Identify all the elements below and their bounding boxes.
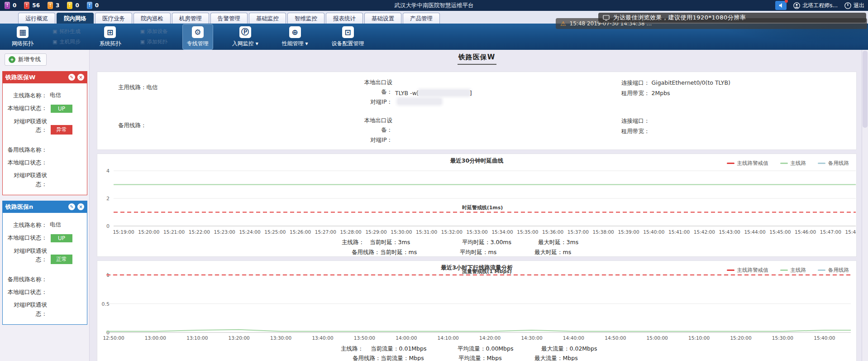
toolbar-item-label: 设备配置管理	[332, 40, 364, 48]
tab-0[interactable]: 运行概览	[18, 13, 55, 24]
port-label: 连接端口：	[621, 79, 650, 86]
close-icon[interactable]: ×	[77, 74, 84, 81]
small-icon: ▣	[140, 39, 144, 45]
tab-9[interactable]: 基础设置	[364, 13, 401, 24]
svg-text:13:30:00: 13:30:00	[270, 335, 291, 341]
card-field-row: 对端IP联通状态：异常	[3, 117, 84, 135]
stat-value: 平均流量：Mbps	[458, 355, 502, 361]
tab-7[interactable]: 智维监控	[287, 13, 324, 24]
card-field-row: 备用线路名称：	[3, 275, 84, 284]
svg-text:15:31:00: 15:31:00	[416, 229, 437, 235]
toolbar-item-7[interactable]: ⊡设备配置管理	[327, 24, 369, 50]
toolbar-item-disabled-3-1: ▣添加拓扑	[140, 39, 167, 45]
small-icon: ▣	[52, 29, 57, 34]
backup-port: 连接端口：	[621, 117, 650, 125]
logout-label: 退出	[854, 2, 864, 10]
edit-icon[interactable]: ✎	[68, 74, 75, 81]
toolbar-item-label: 专线管理	[187, 40, 209, 48]
card-field-row: 本地端口状态：	[3, 158, 84, 167]
resolution-toast-text: 为达最佳浏览效果，建议使用1920*1080分辨率	[613, 14, 746, 22]
tab-8[interactable]: 报表统计	[326, 13, 363, 24]
svg-text:15:20:00: 15:20:00	[730, 335, 751, 341]
svg-text:15:40:00: 15:40:00	[814, 335, 835, 341]
tab-3[interactable]: 院内巡检	[134, 13, 171, 24]
edit-icon[interactable]: ✎	[68, 203, 75, 210]
svg-text:流量警戒线(1 Mbps): 流量警戒线(1 Mbps)	[462, 269, 512, 274]
tab-6[interactable]: 基础监控	[249, 13, 286, 24]
toolbar-item-label: 主机同步	[59, 39, 80, 45]
tab-2[interactable]: 医疗业务	[95, 13, 132, 24]
field-label: 本地端口状态：	[3, 158, 47, 167]
toolbar-item-5[interactable]: Ⓟ入网监控 ▾	[228, 24, 263, 50]
svg-text:15:22:00: 15:22:00	[189, 229, 210, 235]
svg-text:13:40:00: 13:40:00	[312, 335, 333, 341]
field-label: 本地端口状态：	[3, 104, 47, 112]
toolbar-stack-3: ▣添加设备▣添加拓扑	[140, 28, 167, 45]
tab-5[interactable]: 告警管理	[210, 13, 248, 24]
tab-1[interactable]: 院内网络	[57, 13, 94, 24]
stat-value: 当前流量：0.01Mbps	[371, 345, 427, 353]
toolbar-item-4[interactable]: ⚙专线管理	[182, 24, 213, 50]
status-badge: 正常	[51, 255, 72, 264]
close-icon[interactable]: ×	[77, 203, 84, 210]
toolbar-item-disabled-1-1: ▣主机同步	[52, 39, 80, 45]
app-window: !0!56!3!0!0 武汉大学中南医院智慧运维平台 北塔工程师s...	[0, 0, 868, 361]
speaker-icon	[778, 3, 784, 8]
stat-value: 当前时延：ms	[380, 249, 417, 256]
globe-icon: ⊕	[289, 26, 301, 38]
redacted-device-name	[419, 90, 470, 96]
field-label: 主线路名称：	[3, 221, 47, 229]
alarm-badge-0[interactable]: !0	[5, 2, 16, 9]
doc-icon: Ⓟ	[239, 26, 251, 38]
toolbar-item-0[interactable]: ▦网络拓扑	[7, 24, 38, 50]
toolbar-item-6[interactable]: ⊕性能管理 ▾	[277, 24, 313, 50]
status-badge: UP	[51, 105, 72, 113]
svg-text:15:41:00: 15:41:00	[668, 229, 690, 235]
card-title: 铁路医保W	[5, 73, 35, 82]
toolbar-item-label: 添加拓扑	[147, 39, 168, 45]
svg-text:15:00:00: 15:00:00	[647, 335, 668, 341]
toolbar-item-label: 添加设备	[147, 28, 168, 35]
stat-value: 最大流量：Mbps	[534, 355, 578, 361]
tab-10[interactable]: 产品管理	[403, 13, 440, 24]
svg-text:14:10:00: 14:10:00	[438, 335, 459, 341]
svg-text:13:50:00: 13:50:00	[354, 335, 375, 341]
user-menu[interactable]: 北塔工程师s...	[793, 2, 838, 10]
field-label: 主线路名称：	[3, 91, 47, 100]
primary-bandwidth: 租用带宽： 2Mpbs	[621, 90, 670, 97]
delay-chart-panel: 最近30分钟时延曲线主线路警戒值主线路备用线路024时延警戒线(1ms)15:1…	[97, 154, 857, 257]
alarm-count: 3	[56, 2, 59, 9]
scrollbar-thumb[interactable]	[863, 51, 868, 128]
alarm-badge-4[interactable]: !0	[87, 2, 99, 9]
alarm-badge-3[interactable]: !0	[67, 2, 79, 9]
backup-line-label: 备用线路：	[118, 122, 147, 129]
alarm-count: 0	[95, 2, 99, 9]
backup-line: 备用线路：	[118, 122, 147, 130]
primary-line-label: 主用线路：	[118, 84, 147, 91]
add-line-button[interactable]: + 新增专线	[5, 53, 47, 66]
alarm-icon: !	[48, 2, 53, 9]
top-bar: !0!56!3!0!0 武汉大学中南医院智慧运维平台 北塔工程师s...	[0, 0, 868, 11]
field-label: 对端IP联通状态：	[3, 300, 47, 318]
alarm-badge-1[interactable]: !56	[24, 2, 40, 9]
stat-value: 最大时延：3ms	[538, 239, 578, 246]
svg-text:15:48:00: 15:48:00	[845, 229, 856, 235]
stat-value: 主线路：	[341, 345, 363, 353]
svg-text:15:46:00: 15:46:00	[795, 229, 816, 235]
toolbar-item-2[interactable]: ⊞系统拓扑	[95, 24, 125, 50]
svg-text:15:24:00: 15:24:00	[239, 229, 260, 235]
topbar-right: 北塔工程师s... 退出	[775, 1, 864, 10]
tab-4[interactable]: 机房管理	[172, 13, 209, 24]
card-body: 主线路名称：电信本地端口状态：UP对端IP联通状态：正常备用线路名称：本地端口状…	[2, 213, 87, 325]
alarm-icon: !	[87, 2, 92, 9]
user-name: 北塔工程师s...	[802, 2, 838, 10]
announcement-icon[interactable]	[775, 1, 787, 10]
card-field-row: 本地端口状态：	[3, 288, 84, 296]
card-field-row: 主线路名称：电信	[3, 91, 84, 100]
small-icon: ▣	[140, 29, 144, 34]
svg-text:14:20:00: 14:20:00	[479, 335, 501, 341]
svg-text:15:44:00: 15:44:00	[744, 229, 765, 235]
delay-chart: 024时延警戒线(1ms)15:19:0015:20:0015:21:0015:…	[97, 154, 856, 236]
logout-button[interactable]: 退出	[844, 2, 864, 10]
alarm-badge-2[interactable]: !3	[48, 2, 59, 9]
